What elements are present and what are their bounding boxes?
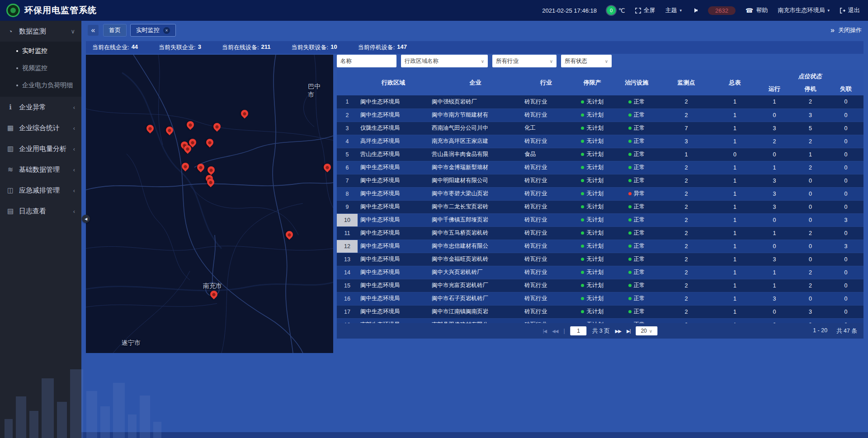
table-header: 行政区域 企业 行业 停限产 治污设施 监测点 总表 点位状态 — [337, 70, 863, 95]
industry-filter-value: 所有行业 — [496, 57, 519, 65]
sound-button[interactable] — [692, 8, 698, 13]
cell-stop: 2 — [793, 226, 828, 240]
sidebar-group[interactable]: ▤日志查看‹ — [0, 201, 81, 221]
cell-company: 阆中明阳建材有限公司 — [429, 174, 522, 187]
table-row[interactable]: 7阆中生态环境局阆中明阳建材有限公司砖瓦行业无计划正常21300 — [337, 174, 863, 187]
gauge-icon: ◔ — [6, 28, 14, 35]
map-collapse-handle[interactable]: ◀ — [82, 215, 90, 223]
table-row[interactable]: 13阆中生态环境局阆中市金福旺页岩机砖砖瓦行业无计划正常21300 — [337, 253, 863, 266]
status-dot-icon — [581, 258, 584, 261]
sidebar-group[interactable]: ℹ企业异常‹ — [0, 97, 81, 118]
cell-lost: 0 — [828, 108, 863, 122]
table-row[interactable]: 8阆中生态环境局阆中市枣碧大梁山页岩砖瓦行业无计划异常21300 — [337, 187, 863, 200]
table-row[interactable]: 14阆中生态环境局阆中大兴页岩机砖厂砖瓦行业无计划正常21120 — [337, 266, 863, 279]
chevron-down-icon: ∨ — [605, 59, 608, 64]
first-page-button[interactable]: |◀ — [543, 329, 547, 334]
cell-run: 3 — [756, 292, 793, 305]
table-row[interactable]: 16阆中生态环境局阆中市石子页岩机砖厂砖瓦行业无计划正常21300 — [337, 292, 863, 305]
table-row[interactable]: 6阆中生态环境局阆中市金博瑞新型墙材砖瓦行业无计划正常21120 — [337, 161, 863, 174]
help-button[interactable]: ☎ 帮助 — [745, 6, 768, 14]
sidebar-item[interactable]: 实时监控 — [0, 42, 81, 60]
cell-restriction: 无计划 — [571, 266, 614, 279]
cell-stop: 2 — [793, 135, 828, 148]
cell-restriction: 无计划 — [571, 253, 614, 266]
org-dropdown[interactable]: 南充市生态环境局 ▾ — [778, 6, 830, 14]
tab-item[interactable]: 实时监控× — [130, 24, 176, 37]
table-row[interactable]: 11阆中生态环境局阆中市五马桥页岩机砖砖瓦行业无计划正常21120 — [337, 226, 863, 240]
status-dot-icon — [628, 245, 632, 248]
sidebar-group-label: 数据监测 — [19, 27, 66, 36]
cell-points: 2 — [659, 305, 713, 318]
header-company: 企业 — [429, 70, 522, 95]
tab-close-icon[interactable]: × — [163, 27, 170, 34]
industry-filter-select[interactable]: 所有行业 ∨ — [492, 55, 557, 67]
status-filter-select[interactable]: 所有状态 ∨ — [561, 55, 612, 67]
cell-run: 0 — [756, 108, 793, 122]
cell-company: 阆中大兴页岩机砖厂 — [429, 266, 522, 279]
cell-points: 2 — [659, 226, 713, 240]
total-pages-label: 共 3 页 — [592, 327, 610, 335]
cell-industry: 砖瓦行业 — [522, 161, 571, 174]
tab-scroll-left-button[interactable]: « — [88, 25, 99, 36]
region-filter-select[interactable]: 行政区域名称 ∨ — [401, 55, 488, 67]
sidebar-group[interactable]: ◔数据监测∨ — [0, 21, 81, 42]
sidebar-group[interactable]: ≋基础数据管理‹ — [0, 159, 81, 180]
cell-run: 1 — [756, 161, 793, 174]
sidebar-item[interactable]: 视频监控 — [0, 60, 81, 77]
status-dot-icon — [628, 100, 632, 104]
table-row[interactable]: 9阆中生态环境局阆中市二龙长宝页岩砖砖瓦行业无计划正常21300 — [337, 200, 863, 213]
prev-page-button[interactable]: ◀◀ — [552, 329, 558, 334]
cell-industry: 砖瓦行业 — [522, 240, 571, 253]
alert-count-badge[interactable]: 2632 — [708, 6, 736, 15]
cell-stop: 0 — [793, 200, 828, 213]
sidebar-group[interactable]: ▥企业用电量分析‹ — [0, 138, 81, 159]
logout-button[interactable]: 退出 — [840, 6, 860, 14]
cell-industry: 砖瓦行业 — [522, 292, 571, 305]
name-input[interactable] — [340, 58, 393, 64]
sidebar-item[interactable]: 企业电力负荷明细 — [0, 77, 81, 94]
map-canvas[interactable]: 巴中市南充市遂宁市 — [86, 55, 333, 353]
next-page-button[interactable]: ▶▶ — [615, 329, 621, 334]
row-index: 12 — [337, 240, 358, 253]
tab-item[interactable]: 首页 — [103, 24, 127, 37]
brand: 环保用电监管系统 — [6, 4, 97, 17]
row-index: 1 — [337, 95, 358, 108]
cell-lost: 0 — [828, 226, 863, 240]
cell-company: 阆中市南方节能建材有 — [429, 108, 522, 122]
cell-region: 阆中生态环境局 — [358, 213, 429, 226]
page-number-input[interactable]: 1 — [571, 326, 587, 335]
cell-run: 0 — [756, 318, 793, 323]
cell-run: 3 — [756, 174, 793, 187]
last-page-button[interactable]: ▶| — [627, 329, 630, 334]
cell-region: 阆中生态环境局 — [358, 226, 429, 240]
page-size-select[interactable]: 20 ∨ — [636, 326, 657, 335]
table-row[interactable]: 3仪陇生态环境局西南油气田分公司川中化工无计划正常71350 — [337, 122, 863, 135]
cell-run: 1 — [756, 95, 793, 108]
status-dot-icon — [628, 140, 632, 143]
sidebar-group[interactable]: ▦企业综合统计‹ — [0, 118, 81, 138]
table-row[interactable]: 1阆中生态环境局阆中强锐页岩砖厂砖瓦行业无计划正常21120 — [337, 95, 863, 108]
stat-label: 当前在线设备: — [222, 43, 259, 52]
table-row[interactable]: 5营山生态环境局营山县润丰肉食品有限食品无计划正常10010 — [337, 148, 863, 161]
sidebar-group[interactable]: ◫应急减排管理‹ — [0, 180, 81, 201]
cell-restriction: 无计划 — [571, 213, 614, 226]
close-operations-button[interactable]: » 关闭操作 — [830, 26, 862, 34]
status-dot-icon — [581, 205, 584, 208]
table-row[interactable]: 18南部生态环境局南部县双佛建材有限公砖瓦行业无计划正常21030 — [337, 318, 863, 323]
cell-points: 2 — [659, 213, 713, 226]
name-filter-input[interactable] — [337, 55, 396, 67]
log-icon: ▤ — [6, 207, 14, 215]
stat-value: 10 — [330, 43, 337, 52]
table-row[interactable]: 10阆中生态环境局阆中千佛镇五郎垭页岩砖瓦行业无计划正常21003 — [337, 213, 863, 226]
fullscreen-button[interactable]: 全屏 — [635, 6, 656, 14]
cell-industry: 砖瓦行业 — [522, 318, 571, 323]
cell-company: 阆中强锐页岩砖厂 — [429, 95, 522, 108]
table-row[interactable]: 2阆中生态环境局阆中市南方节能建材有砖瓦行业无计划正常21030 — [337, 108, 863, 122]
cell-restriction: 无计划 — [571, 135, 614, 148]
table-row[interactable]: 17阆中生态环境局阆中市江南镇阆南页岩砖瓦行业无计划正常21030 — [337, 305, 863, 318]
table-row[interactable]: 12阆中生态环境局阆中市忠信建材有限公砖瓦行业无计划正常21003 — [337, 240, 863, 253]
table-row[interactable]: 4高坪生态环境局南充市高坪区王家店建砖瓦行业无计划正常31220 — [337, 135, 863, 148]
table-row[interactable]: 15阆中生态环境局阆中市光富页岩机砖厂砖瓦行业无计划正常21120 — [337, 279, 863, 292]
theme-dropdown[interactable]: 主题 ▾ — [665, 6, 682, 14]
stat-label: 当前停机设备: — [358, 43, 395, 52]
